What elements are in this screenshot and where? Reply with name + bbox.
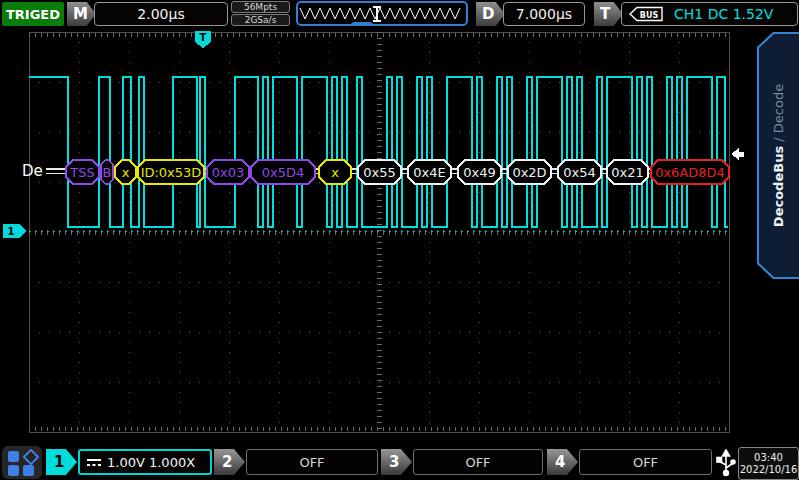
decode-menu-tab-label: DecodeBus / Decode [772, 84, 787, 227]
decode-frame-value: ID:0x53D [141, 165, 202, 180]
decode-frame-value: 0x4E [413, 165, 445, 180]
decode-menu-tab-inner: DecodeBus / Decode [759, 34, 799, 277]
sample-rate: 2GSa/s [231, 14, 290, 26]
decode-frame-value: 0x2D [512, 165, 546, 180]
trigger-badge[interactable]: T [594, 2, 623, 26]
timebase-badge[interactable]: M [67, 2, 96, 26]
menu-icon-square [8, 465, 19, 476]
trigger-status-badge: TRIGED [2, 2, 64, 26]
channel3-settings[interactable]: OFF [413, 449, 543, 475]
timebase-value[interactable]: 2.00µs [94, 2, 228, 26]
dc-coupling-icon [86, 457, 102, 468]
memory-depth: 56Mpts [231, 1, 290, 13]
bus-trigger-icon: BUS [628, 6, 664, 22]
decode-frame-value: 0x03 [212, 165, 245, 180]
top-status-bar: TRIGED M 2.00µs 56Mpts 2GSa/s D 7.000µs … [0, 0, 799, 28]
channel1-settings[interactable]: 1.00V 1.000X [78, 449, 212, 475]
menu-icon-square [8, 451, 19, 462]
scope-display: T1TSSBxID:0x53D0x030x5D4x0x550x4E0x490x2… [0, 0, 799, 480]
preview-zigzag [298, 3, 466, 24]
trigger-source-value: CH1 DC 1.52V [674, 6, 773, 22]
channel1-marker-label: 1 [8, 226, 15, 237]
channel4-badge[interactable]: 4 [547, 449, 578, 475]
menu-icon-square [23, 465, 34, 476]
decode-menu-tab[interactable]: DecodeBus / Decode [757, 32, 799, 279]
delay-value[interactable]: 7.000µs [503, 2, 585, 26]
svg-text:BUS: BUS [640, 11, 659, 20]
decode-frame-value: 0x54 [563, 165, 596, 180]
delay-badge[interactable]: D [476, 2, 505, 26]
bottom-channel-bar: 1 1.00V 1.000X 2 OFF 3 OFF 4 OFF 03:40 2… [0, 446, 799, 480]
usb-icon [715, 449, 737, 477]
waveform-preview[interactable] [296, 1, 468, 26]
decode-frame-value: 0x6AD8D4 [655, 165, 725, 180]
trigger-position-label: T [200, 32, 207, 43]
decode-frame-value: B [103, 165, 112, 180]
trigger-level-arrow-icon[interactable] [731, 148, 744, 160]
trigger-source-box[interactable]: BUS CH1 DC 1.52V [621, 2, 798, 26]
decode-frame-value: 0x5D4 [262, 165, 305, 180]
decode-frame-value: 0x21 [611, 165, 644, 180]
channel4-settings[interactable]: OFF [579, 449, 712, 475]
decode-frame-value: x [122, 165, 130, 180]
channel2-settings[interactable]: OFF [246, 449, 378, 475]
decode-frame-value: x [331, 165, 339, 180]
clock-time: 03:40 [754, 452, 783, 464]
decode-frame-value: 0x49 [463, 165, 496, 180]
channel1-badge[interactable]: 1 [46, 449, 77, 475]
channel1-scale: 1.00V 1.000X [107, 455, 195, 470]
clock-date: 2022/10/16 [740, 464, 798, 476]
decode-frame-value: TSS [69, 165, 94, 180]
decode-frame-value: 0x55 [363, 165, 396, 180]
decode-bus-label: De [22, 162, 43, 180]
channel3-badge[interactable]: 3 [381, 449, 412, 475]
channel2-badge[interactable]: 2 [214, 449, 245, 475]
datetime-display: 03:40 2022/10/16 [738, 447, 799, 480]
menu-icon-diamond [23, 449, 40, 466]
menu-button[interactable] [2, 446, 42, 479]
